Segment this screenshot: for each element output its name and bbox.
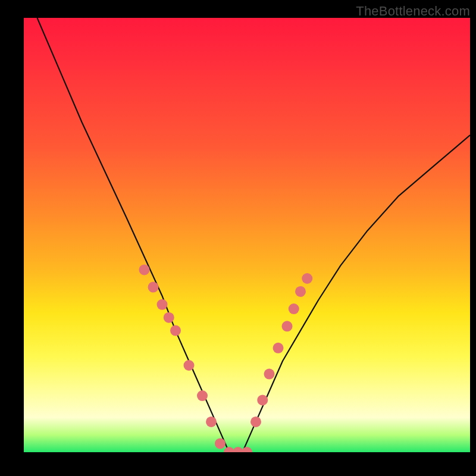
plot-overlay [24,18,470,452]
dot [197,390,208,401]
dot [302,273,312,284]
watermark-text: TheBottleneck.com [356,4,470,19]
dot [289,303,299,314]
scatter-dots [139,264,313,452]
bottleneck-curve [37,18,471,452]
dot [250,416,261,427]
dot [148,282,159,293]
dot [257,394,268,405]
chart-frame: TheBottleneck.com [0,0,476,476]
dot [139,264,150,275]
dot [273,343,284,353]
dot [184,360,195,371]
dot [242,447,252,452]
curve-path [37,18,471,452]
dot [157,299,168,310]
dot [295,286,306,297]
dot [170,325,181,336]
dot [264,369,275,380]
dot [215,438,226,449]
dot [206,416,217,427]
dot [282,321,293,331]
dot [164,312,174,323]
plot-area [24,18,470,452]
